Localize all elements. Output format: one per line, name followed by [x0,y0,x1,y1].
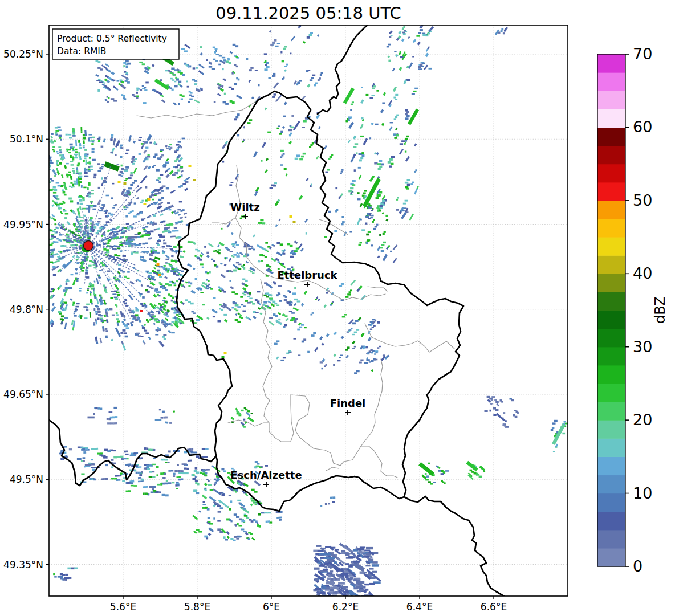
echo-cell [337,360,340,361]
echo-cell [241,304,243,305]
echo-cell [173,246,176,248]
echo-cell [157,257,161,260]
echo-cell [152,488,154,490]
echo-cell [280,156,282,158]
echo-cell [170,236,173,238]
echo-cell [235,313,237,316]
echo-cell [162,312,164,313]
echo-cell [145,82,149,84]
echo-cell [235,407,238,410]
echo-cell [202,507,205,509]
echo-cell [373,325,376,327]
echo-cell [166,245,169,247]
echo-cell [412,182,414,183]
echo-cell [158,311,160,312]
echo-cell [125,336,128,338]
echo-cell [74,315,77,317]
echo-cell [90,169,93,170]
echo-cell [351,104,353,105]
echo-cell [55,198,57,199]
echo-cell [223,470,226,472]
echo-cell [312,312,314,314]
echo-cell [98,187,100,189]
echo-cell [95,319,97,322]
echo-cell [249,79,251,82]
echo-cell [281,264,283,266]
echo-cell [108,309,109,311]
echo-cell [166,187,169,190]
echo-cell [356,152,357,154]
echo-cell [53,150,55,152]
echo-cell [200,52,203,56]
echo-cell [350,577,354,580]
echo-cell [133,243,136,245]
echo-cell [379,166,382,168]
echo-cell [113,422,117,424]
echo-cell [274,39,276,42]
echo-cell [52,248,55,251]
echo-cell [205,475,208,477]
echo-cell [162,477,166,479]
echo-cell [372,319,375,320]
colorbar-segment [597,530,625,549]
echo-cell [157,331,158,332]
echo-cell [207,508,210,511]
echo-cell [280,360,284,361]
echo-cell [152,284,155,285]
echo-cell [259,525,261,528]
echo-cell [89,283,92,285]
echo-cell [417,42,421,46]
echo-cell [316,545,322,547]
echo-cell [396,115,399,116]
echo-cell [278,262,280,263]
echo-cell [369,361,371,362]
echo-cell [269,297,273,299]
echo-cell [280,131,283,133]
echo-cell [368,559,373,561]
echo-cell [171,255,173,257]
echo-cell [229,51,233,54]
echo-cell [372,208,373,210]
echo-cell [132,321,134,323]
echo-cell [53,573,55,576]
echo-cell [79,458,82,460]
echo-cell [67,577,69,579]
echo-cell [56,160,59,162]
echo-cell [202,470,205,472]
echo-cell [133,215,137,217]
echo-cell [410,183,413,185]
echo-cell [413,39,417,43]
echo-cell [405,113,408,115]
echo-cell [51,139,53,141]
city-marker [242,214,248,219]
echo-cell [363,556,369,557]
echo-cell [162,221,165,223]
colorbar-tick-label: 0 [633,557,643,575]
echo-cell [83,187,86,189]
echo-cell [56,168,58,170]
echo-cell [169,209,172,211]
echo-cell [93,324,95,325]
colorbar-segment [597,420,625,439]
echo-cell [112,228,115,230]
echo-cell [149,471,152,473]
echo-cell [180,146,182,148]
echo-cell [151,288,154,289]
echo-cell [86,155,88,156]
echo-cell [178,103,180,105]
echo-cell [178,222,180,223]
echo-cell [66,163,69,164]
echo-cell [58,311,61,313]
echo-cell [191,448,193,451]
echo-cell [481,467,483,469]
echo-cell [405,138,408,140]
echo-cell [241,410,244,411]
echo-cell [253,502,255,504]
echo-cell [139,62,143,63]
echo-cell [382,212,384,214]
echo-cell [276,128,279,129]
echo-cell [169,332,171,333]
echo-cell [97,407,100,410]
echo-cell [341,336,344,339]
echo-cell [399,67,402,71]
